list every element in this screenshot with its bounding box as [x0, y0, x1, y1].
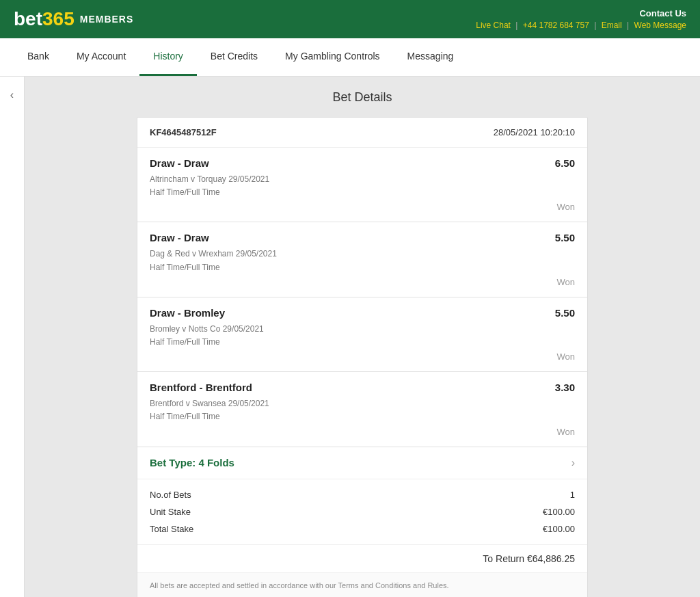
logo-365: 365: [42, 8, 75, 30]
no-of-bets-label: No.of Bets: [150, 490, 191, 500]
main-content: Bet Details KF4645487512F 28/05/2021 10:…: [25, 77, 700, 597]
page-title: Bet Details: [38, 90, 686, 105]
page-layout: ‹ Bet Details KF4645487512F 28/05/2021 1…: [0, 77, 700, 597]
bet-type-label: Bet Type: 4 Folds: [150, 457, 234, 468]
live-chat-link[interactable]: Live Chat: [476, 21, 511, 30]
selection-2-market: Half Time/Full Time: [150, 261, 575, 274]
total-stake-row: Total Stake €100.00: [150, 520, 575, 538]
selection-4-odds: 3.30: [555, 382, 575, 393]
selection-1-match: Altrincham v Torquay 29/05/2021: [150, 173, 575, 186]
bet-card: KF4645487512F 28/05/2021 10:20:10 Draw -…: [137, 117, 588, 597]
selection-3-market: Half Time/Full Time: [150, 336, 575, 349]
sidebar-toggle[interactable]: ‹: [0, 77, 25, 597]
contact-links: Live Chat | +44 1782 684 757 | Email | W…: [476, 21, 686, 30]
total-stake-value: €100.00: [543, 524, 575, 534]
total-stake-label: Total Stake: [150, 524, 193, 534]
nav-bet-credits[interactable]: Bet Credits: [197, 38, 271, 76]
header: bet365 MEMBERS Contact Us Live Chat | +4…: [0, 0, 700, 38]
selection-2-name: Draw - Draw: [150, 232, 209, 243]
selection-3-name: Draw - Bromley: [150, 307, 225, 319]
chevron-left-icon: ‹: [10, 89, 14, 101]
nav-history[interactable]: History: [139, 38, 197, 76]
sep1: |: [515, 21, 517, 30]
logo: bet365 MEMBERS: [14, 8, 133, 30]
selection-1-name: Draw - Draw: [150, 157, 209, 169]
selection-1-result: Won: [557, 202, 576, 212]
no-of-bets-row: No.of Bets 1: [150, 486, 575, 503]
main-nav: Bank My Account History Bet Credits My G…: [0, 38, 700, 77]
selection-4: Brentford - Brentford 3.30 Brentford v S…: [137, 372, 587, 447]
bet-reference: KF4645487512F: [150, 127, 217, 137]
selection-1-market: Half Time/Full Time: [150, 186, 575, 199]
selection-4-result: Won: [557, 427, 576, 437]
sep3: |: [627, 21, 629, 30]
phone-link[interactable]: +44 1782 684 757: [523, 21, 589, 30]
selection-2-match: Dag & Red v Wrexham 29/05/2021: [150, 248, 575, 261]
selection-3-match: Bromley v Notts Co 29/05/2021: [150, 323, 575, 336]
disclaimer: All bets are accepted and settled in acc…: [137, 573, 587, 598]
no-of-bets-value: 1: [570, 490, 575, 500]
selection-4-market: Half Time/Full Time: [150, 410, 575, 423]
selection-3-result: Won: [557, 351, 576, 362]
web-message-link[interactable]: Web Message: [634, 21, 686, 30]
bet-header-row: KF4645487512F 28/05/2021 10:20:10: [137, 118, 587, 148]
nav-bank[interactable]: Bank: [14, 38, 63, 76]
unit-stake-value: €100.00: [543, 507, 575, 517]
logo-bet: bet: [14, 8, 42, 30]
selection-4-match: Brentford v Swansea 29/05/2021: [150, 397, 575, 410]
bet-datetime: 28/05/2021 10:20:10: [494, 127, 575, 137]
selection-1: Draw - Draw 6.50 Altrincham v Torquay 29…: [137, 148, 587, 222]
nav-my-account[interactable]: My Account: [63, 38, 139, 76]
selection-2-odds: 5.50: [555, 232, 575, 243]
logo-members: MEMBERS: [80, 14, 134, 25]
bet-type-row[interactable]: Bet Type: 4 Folds ›: [137, 447, 587, 479]
contact-area: Contact Us Live Chat | +44 1782 684 757 …: [476, 8, 686, 30]
selection-3-odds: 5.50: [555, 307, 575, 319]
email-link[interactable]: Email: [602, 21, 622, 30]
unit-stake-row: Unit Stake €100.00: [150, 503, 575, 520]
selection-2-result: Won: [557, 277, 576, 287]
contact-title: Contact Us: [476, 8, 686, 18]
selection-1-odds: 6.50: [555, 157, 575, 169]
unit-stake-label: Unit Stake: [150, 507, 191, 517]
nav-gambling-controls[interactable]: My Gambling Controls: [271, 38, 394, 76]
nav-messaging[interactable]: Messaging: [394, 38, 468, 76]
chevron-right-icon: ›: [571, 457, 575, 469]
selection-4-name: Brentford - Brentford: [150, 382, 252, 393]
summary-section: No.of Bets 1 Unit Stake €100.00 Total St…: [137, 479, 587, 545]
sep2: |: [594, 21, 596, 30]
to-return-value: To Return €64,886.25: [483, 553, 575, 564]
selection-2: Draw - Draw 5.50 Dag & Red v Wrexham 29/…: [137, 222, 587, 297]
selection-3: Draw - Bromley 5.50 Bromley v Notts Co 2…: [137, 297, 587, 372]
return-row: To Return €64,886.25: [137, 545, 587, 573]
